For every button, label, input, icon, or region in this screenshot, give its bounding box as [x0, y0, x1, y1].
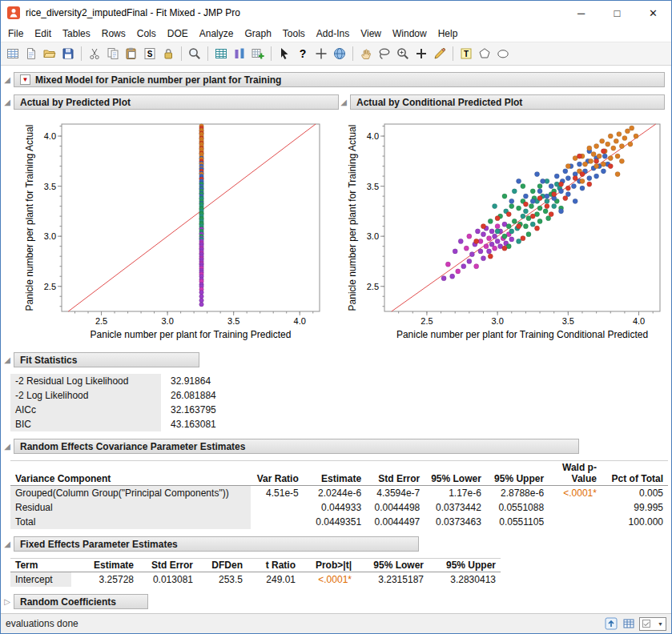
outline-random-effects[interactable]: Random Effects Covariance Parameter Esti… — [14, 439, 579, 454]
view-options-dropdown[interactable]: ▼ — [639, 617, 666, 631]
scroll-to-top-icon[interactable] — [604, 616, 618, 631]
menu-analyze[interactable]: Analyze — [194, 26, 239, 42]
svg-text:4.0: 4.0 — [44, 131, 56, 141]
crosshair-tool-icon[interactable] — [312, 45, 330, 62]
svg-text:2.5: 2.5 — [95, 316, 107, 326]
outline-actual-by-conditional-predicted[interactable]: Actual by Conditional Predicted Plot — [350, 94, 665, 110]
column-header: t Ratio — [247, 559, 300, 572]
outline-fixed-effects-header: ◢ Fixed Effects Parameter Estimates — [2, 536, 668, 552]
pencil-tool-icon[interactable] — [431, 45, 449, 62]
menu-cols[interactable]: Cols — [131, 26, 162, 42]
actual-by-conditional-predicted-plot[interactable]: 2.53.03.54.02.53.03.54.0Panicle number p… — [346, 116, 668, 345]
outline-random-coefficients-header: ▷ Random Coefficients — [2, 594, 668, 609]
new-data-table-icon[interactable] — [4, 45, 22, 62]
outline-fit-statistics[interactable]: Fit Statistics — [14, 352, 199, 367]
cell-value — [549, 500, 602, 515]
menu-view[interactable]: View — [355, 26, 387, 42]
column-header: Variance Component — [10, 461, 251, 486]
fit-statistics-table: -2 Residual Log Likelihood32.91864-2 Log… — [10, 374, 247, 431]
paste-icon[interactable] — [123, 45, 140, 62]
outline-actual-by-predicted[interactable]: Actual by Predicted Plot — [14, 94, 339, 110]
maximize-button[interactable]: □ — [599, 1, 635, 25]
globe-tool-icon[interactable] — [331, 45, 348, 62]
outline-actual-by-conditional-predicted-header: ◢ Actual by Conditional Predicted Plot — [339, 94, 668, 110]
actual-by-predicted-plot[interactable]: 2.53.03.54.02.53.03.54.0Panicle number p… — [23, 116, 329, 345]
cut-icon[interactable] — [86, 45, 103, 62]
oval-tool-icon[interactable] — [494, 45, 512, 62]
menu-doe[interactable]: DOE — [162, 26, 194, 42]
svg-text:3.0: 3.0 — [161, 316, 173, 326]
save-icon[interactable] — [59, 45, 77, 62]
menu-graph[interactable]: Graph — [239, 26, 276, 42]
search-icon[interactable] — [186, 45, 203, 62]
section-title: Fixed Effects Parameter Estimates — [20, 539, 178, 550]
section-title: Fit Statistics — [20, 355, 77, 366]
fixed-effects-table: TermEstimateStd ErrorDFDent RatioProb>|t… — [10, 558, 501, 587]
row-label: Residual — [10, 500, 251, 515]
menu-rows[interactable]: Rows — [96, 26, 131, 42]
actual-by-conditional-predicted-section: ◢ Actual by Conditional Predicted Plot 2… — [339, 87, 668, 345]
polygon-tool-icon[interactable] — [476, 45, 493, 62]
script-icon[interactable]: S — [141, 45, 159, 62]
column-header: Std Error — [139, 559, 198, 572]
outline-fixed-effects[interactable]: Fixed Effects Parameter Estimates — [14, 536, 419, 552]
cell-value: 0.013081 — [139, 572, 198, 588]
add-columns-icon[interactable] — [249, 45, 267, 62]
new-journal-icon[interactable] — [22, 45, 40, 62]
menu-file[interactable]: File — [2, 26, 29, 42]
toolbar: S?T — [1, 42, 671, 66]
summary-table-icon[interactable] — [212, 45, 230, 62]
disclosure-open-icon[interactable]: ◢ — [2, 540, 12, 549]
disclosure-open-icon[interactable]: ◢ — [339, 98, 348, 107]
lasso-tool-icon[interactable] — [376, 45, 393, 62]
menu-addins[interactable]: Add-Ins — [311, 26, 355, 42]
app-icon — [7, 6, 20, 19]
plots-row: ◢ Actual by Predicted Plot 2.53.03.54.02… — [2, 87, 668, 345]
column-header: Wald p-Value — [549, 461, 602, 486]
disclosure-open-icon[interactable]: ◢ — [2, 98, 12, 107]
magnifier-tool-icon[interactable] — [394, 45, 412, 62]
row-label: Grouped(Column Group("Principal Componen… — [10, 486, 251, 501]
red-triangle-menu-icon[interactable]: ▼ — [20, 74, 30, 85]
cell-value: 249.01 — [247, 572, 300, 588]
menu-tables[interactable]: Tables — [57, 26, 96, 42]
cell-value — [251, 500, 304, 515]
lock-icon[interactable] — [159, 45, 177, 62]
disclosure-open-icon[interactable]: ◢ — [2, 355, 12, 365]
menu-tools[interactable]: Tools — [277, 26, 311, 42]
cell-value: 0.044933 — [304, 500, 366, 515]
disclosure-open-icon[interactable]: ◢ — [2, 75, 12, 85]
table-row: Grouped(Column Group("Principal Componen… — [10, 486, 668, 501]
outline-random-coefficients[interactable]: Random Coefficients — [14, 594, 148, 609]
toolbar-separator — [453, 46, 453, 61]
stat-label: BIC — [10, 417, 161, 431]
cell-value — [251, 515, 304, 529]
plus-tool-icon[interactable] — [412, 45, 430, 62]
cell-value: 2.8788e-6 — [486, 486, 549, 501]
cell-value: 4.51e-5 — [251, 486, 304, 501]
annotate-tool-icon[interactable]: T — [457, 45, 475, 62]
menu-edit[interactable]: Edit — [29, 26, 57, 42]
arrow-tool-icon[interactable] — [276, 45, 293, 62]
toolbar-separator — [207, 46, 208, 61]
copy-icon[interactable] — [104, 45, 122, 62]
outline-mixed-model[interactable]: ▼ Mixed Model for Panicle number per pla… — [14, 72, 665, 87]
grabber-tool-icon[interactable] — [357, 45, 375, 62]
minimize-button[interactable]: ─ — [563, 1, 599, 25]
column-switcher-icon[interactable] — [231, 45, 248, 62]
menu-help[interactable]: Help — [433, 26, 464, 42]
open-icon[interactable] — [41, 45, 58, 62]
cell-value: 0.0373442 — [425, 500, 486, 515]
help-tool-icon[interactable]: ? — [294, 45, 312, 62]
random-effects-table: Variance ComponentVar RatioEstimateStd E… — [10, 460, 668, 529]
menu-window[interactable]: Window — [387, 26, 433, 42]
close-button[interactable]: ✕ — [635, 1, 671, 25]
disclosure-collapsed-icon[interactable]: ▷ — [2, 597, 12, 607]
cell-value: 3.2315187 — [356, 572, 429, 588]
svg-text:4.0: 4.0 — [633, 316, 645, 326]
disclosure-open-icon[interactable]: ◢ — [2, 442, 12, 451]
column-header: Estimate — [304, 461, 366, 486]
outline-title: Mixed Model for Panicle number per plant… — [35, 74, 281, 86]
data-table-icon[interactable] — [622, 616, 636, 631]
svg-text:3.0: 3.0 — [491, 316, 503, 326]
